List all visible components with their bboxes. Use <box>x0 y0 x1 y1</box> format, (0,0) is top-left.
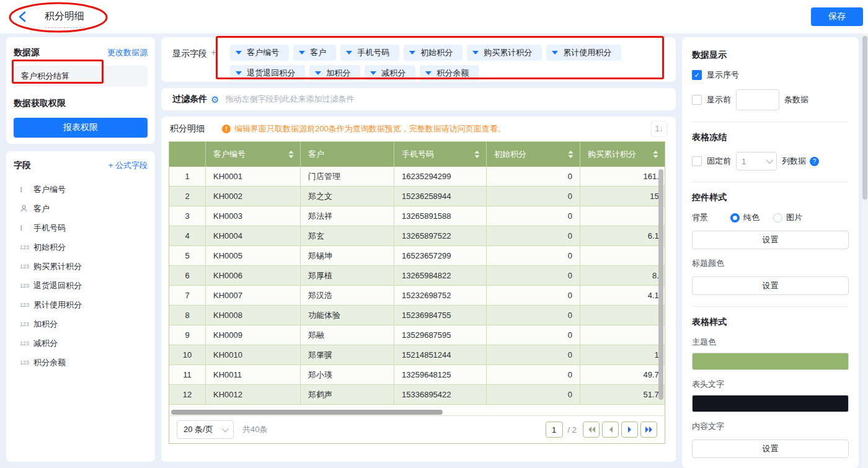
table-cell: 0 <box>487 246 580 265</box>
window-scrollbar-thumb[interactable] <box>862 36 867 200</box>
table-cell: KH0004 <box>206 226 301 245</box>
next-page-button[interactable] <box>621 422 638 438</box>
horizontal-scrollbar-thumb[interactable] <box>171 410 443 415</box>
help-icon[interactable]: ? <box>810 157 819 166</box>
display-field-chip[interactable]: 积分余额 <box>420 65 479 81</box>
table-cell: 0 <box>487 187 580 206</box>
field-item-label: 购买累计积分 <box>33 261 82 272</box>
chevron-down-icon <box>472 51 479 55</box>
field-item[interactable]: 客户 <box>14 199 148 218</box>
field-item-label: 累计使用积分 <box>33 299 82 311</box>
display-field-chip[interactable]: 初始积分 <box>404 45 463 61</box>
show-first-label: 显示前 <box>707 94 731 105</box>
sort-arrows-icon[interactable] <box>474 150 480 159</box>
table-row[interactable]: 9KH0009郑融1352968759500 <box>169 325 665 345</box>
table-row[interactable]: 12KH0012郑鹤声15336895422051.76 <box>169 385 665 405</box>
background-set-button[interactable]: 设置 <box>692 231 849 249</box>
table-row[interactable]: 7KH0007郑汉浩1523269875204.12 <box>169 286 665 306</box>
back-icon[interactable] <box>16 10 30 24</box>
report-permission-button[interactable]: 报表权限 <box>14 118 148 138</box>
sort-arrows-icon[interactable] <box>653 150 658 159</box>
table-row[interactable]: 6KH0006郑厚植1326598482208.3 <box>169 266 665 286</box>
theme-color-label: 主题色 <box>692 337 849 348</box>
field-item-label: 加积分 <box>33 319 58 330</box>
theme-color-swatch[interactable] <box>692 353 849 370</box>
table-header-cell[interactable]: 购买累计积分 <box>580 142 665 167</box>
chevron-down-icon <box>346 51 352 55</box>
table-cell: KH0001 <box>206 167 301 186</box>
number-field-icon: 123 <box>20 283 33 289</box>
add-formula-field-link[interactable]: + 公式字段 <box>108 160 148 171</box>
header-text-label: 表头文字 <box>692 379 849 390</box>
field-item[interactable]: 123减积分 <box>14 333 148 353</box>
fix-columns-checkbox[interactable] <box>692 156 702 166</box>
solid-color-radio[interactable] <box>730 213 740 223</box>
page-number-input[interactable]: 1 <box>546 422 563 438</box>
display-field-chip[interactable]: 客户 <box>293 45 336 61</box>
save-button[interactable]: 保存 <box>811 7 863 26</box>
table-row[interactable]: 5KH0005郑锡坤1652365729900 <box>169 246 665 266</box>
display-fields-label: 显示字段 <box>172 48 207 60</box>
content-text-set-button[interactable]: 设置 <box>692 439 849 458</box>
table-cell: 2 <box>169 187 206 206</box>
field-item[interactable]: 123累计使用积分 <box>14 295 148 314</box>
change-datasource-link[interactable]: 更改数据源 <box>107 47 148 58</box>
field-item[interactable]: 123加积分 <box>14 314 148 333</box>
table-cell: KH0005 <box>206 246 301 265</box>
gear-icon[interactable]: ⚙ <box>211 95 219 104</box>
table-cell: 11 <box>169 365 206 384</box>
add-display-field-button[interactable]: + <box>211 47 216 58</box>
table-cell: KH0012 <box>206 385 301 404</box>
table-row[interactable]: 2KH0002郑之文152362589440150 <box>169 187 665 206</box>
display-field-chip[interactable]: 手机号码 <box>340 45 399 61</box>
field-item[interactable]: I手机号码 <box>14 218 148 237</box>
sort-arrows-icon[interactable] <box>288 150 294 159</box>
display-field-chip[interactable]: 累计使用积分 <box>546 45 621 61</box>
title-color-set-button[interactable]: 设置 <box>692 276 849 295</box>
fix-first-label: 固定前 <box>707 156 731 167</box>
table-header-cell[interactable]: 手机号码 <box>394 142 487 167</box>
show-first-checkbox[interactable] <box>692 95 702 105</box>
table-header-cell[interactable]: 初始积分 <box>487 142 580 167</box>
table-cell: 4.12 <box>580 286 665 305</box>
prev-page-button[interactable] <box>602 422 619 438</box>
table-row[interactable]: 1KH0001门店管理162352942990161.2 <box>169 167 665 187</box>
table-header-cell[interactable]: 客户编号 <box>206 142 301 167</box>
show-first-count-input[interactable] <box>736 89 779 110</box>
field-item[interactable]: 123初始积分 <box>14 237 148 257</box>
table-row[interactable]: 10KH0010郑肇骥15214851244018 <box>169 345 665 365</box>
table-row[interactable]: 8KH0008功能体验1523698475500 <box>169 306 665 325</box>
vertical-scrollbar-thumb[interactable] <box>658 169 663 400</box>
sort-order-button[interactable]: 1↓ <box>651 121 667 137</box>
sort-arrows-icon[interactable] <box>568 150 574 159</box>
image-radio[interactable] <box>773 213 782 223</box>
field-item[interactable]: I客户编号 <box>14 180 148 199</box>
fix-columns-select[interactable]: 1 <box>736 152 777 170</box>
table-cell: 0 <box>580 206 665 226</box>
display-field-chip[interactable]: 客户编号 <box>230 45 289 61</box>
first-page-button[interactable] <box>583 422 600 438</box>
header-text-color-swatch[interactable] <box>692 395 849 412</box>
table-row[interactable]: 11KH0011郑小瑛13259648125049.72 <box>169 365 665 385</box>
table-cell: 0 <box>487 306 580 325</box>
table-row[interactable]: 4KH0004郑玄1326589752206.14 <box>169 226 665 246</box>
chevron-down-icon <box>222 425 229 432</box>
display-field-chip[interactable]: 购买累计积分 <box>467 45 542 61</box>
filter-panel: 过滤条件 ⚙ 拖动左侧字段到此处来添加过滤条件 <box>161 88 676 110</box>
chevron-down-icon <box>552 51 558 55</box>
field-item[interactable]: 123购买累计积分 <box>14 257 148 276</box>
display-field-chip[interactable]: 退货退回积分 <box>230 65 305 81</box>
field-item[interactable]: 123积分余额 <box>14 353 148 372</box>
last-page-button[interactable] <box>640 422 657 438</box>
divider <box>692 182 849 182</box>
chevron-down-icon <box>236 71 242 75</box>
table-row[interactable]: 3KH0003郑法祥1326589158800 <box>169 206 665 226</box>
table-cell: 0 <box>487 206 580 226</box>
datasource-value[interactable]: 客户积分结算 <box>14 66 148 87</box>
display-field-chip[interactable]: 加积分 <box>309 65 360 81</box>
page-size-select[interactable]: 20 条/页 <box>177 420 234 439</box>
display-field-chip[interactable]: 减积分 <box>365 65 415 81</box>
show-index-checkbox[interactable]: ✓ <box>692 70 702 80</box>
field-item[interactable]: 123退货退回积分 <box>14 276 148 295</box>
table-cell: 0 <box>487 385 580 404</box>
